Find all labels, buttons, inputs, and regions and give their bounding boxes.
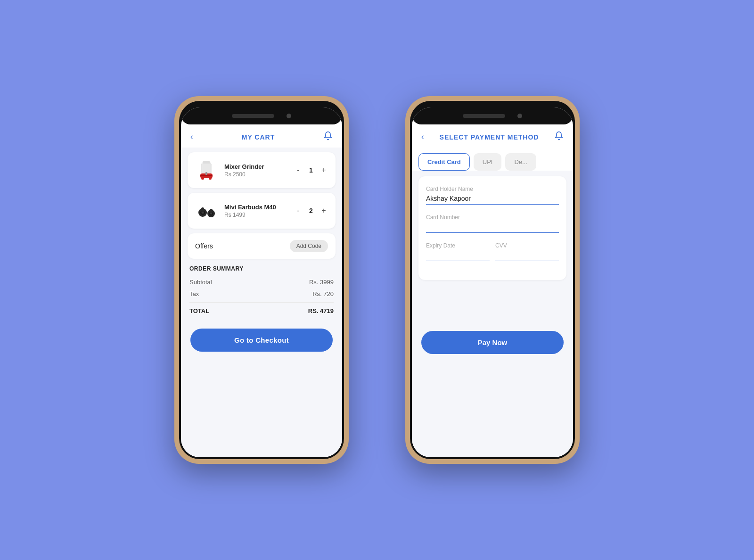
cart-item-1-name: Mixer Grinder (224, 163, 287, 170)
pay-now-button[interactable]: Pay Now (421, 331, 564, 354)
tab-credit-card[interactable]: Credit Card (418, 153, 470, 171)
cvv-field: CVV (495, 242, 559, 261)
pay-area: Pay Now (412, 323, 573, 365)
offers-label: Offers (195, 242, 213, 250)
mixer-grinder-image (194, 158, 219, 182)
total-row: TOTAL RS. 4719 (189, 307, 334, 314)
tab-debit[interactable]: De... (505, 153, 536, 171)
cart-header: ‹ MY CART (181, 124, 342, 148)
svg-rect-6 (209, 178, 212, 180)
order-summary: ORDER SUMMARY Subtotal Rs. 3999 Tax Rs. … (188, 265, 336, 314)
cart-item-2: Mivi Earbuds M40 Rs 1499 - 2 + (188, 193, 336, 229)
payment-phone: ‹ SELECT PAYMENT METHOD Credit Card (405, 96, 580, 464)
holder-name-field: Card Holder Name (426, 186, 559, 205)
subtotal-row: Subtotal Rs. 3999 (189, 279, 334, 286)
add-code-button[interactable]: Add Code (290, 240, 328, 252)
notch-bar (232, 114, 274, 118)
earbuds-icon (195, 199, 218, 222)
svg-rect-3 (205, 172, 207, 175)
payment-header: ‹ SELECT PAYMENT METHOD (412, 124, 573, 148)
back-icon[interactable]: ‹ (190, 132, 193, 142)
offers-section: Offers Add Code (188, 233, 336, 259)
cart-item-1: Mixer Grinder Rs 2500 - 1 + (188, 152, 336, 188)
expiry-label: Expiry Date (426, 242, 490, 249)
notch-camera (287, 114, 291, 118)
cart-item-2-info: Mivi Earbuds M40 Rs 1499 (224, 204, 287, 218)
cart-screen-content: Mixer Grinder Rs 2500 - 1 + (181, 148, 342, 457)
payment-title: SELECT PAYMENT METHOD (440, 133, 539, 141)
mixer-grinder-icon (194, 158, 219, 182)
card-number-input[interactable] (426, 223, 559, 233)
cart-item-2-decrease[interactable]: - (293, 206, 303, 216)
cart-item-2-qty: 2 (307, 207, 315, 214)
tab-upi[interactable]: UPI (474, 153, 502, 171)
payment-notch (412, 107, 573, 124)
cvv-input[interactable] (495, 251, 559, 261)
cart-item-2-price: Rs 1499 (224, 212, 287, 218)
cart-item-1-increase[interactable]: + (319, 165, 329, 175)
holder-name-label: Card Holder Name (426, 186, 559, 192)
cart-items-list: Mixer Grinder Rs 2500 - 1 + (181, 148, 342, 233)
cart-item-2-increase[interactable]: + (319, 206, 329, 216)
svg-rect-5 (201, 178, 204, 180)
cart-item-1-qty: 1 (307, 166, 315, 174)
holder-name-input[interactable] (426, 195, 559, 205)
svg-rect-4 (200, 175, 213, 176)
cvv-label: CVV (495, 242, 559, 249)
card-number-label: Card Number (426, 214, 559, 221)
payment-tabs-wrapper: Credit Card UPI De... (412, 148, 573, 171)
expiry-field: Expiry Date (426, 242, 490, 261)
expiry-input[interactable] (426, 251, 490, 261)
spacer (412, 286, 573, 323)
cart-title: MY CART (242, 133, 275, 141)
checkout-button[interactable]: Go to Checkout (190, 329, 333, 352)
payment-back-icon[interactable]: ‹ (421, 132, 424, 142)
svg-rect-1 (203, 161, 210, 164)
total-value: RS. 4719 (308, 307, 334, 314)
earbuds-image (194, 198, 219, 223)
tax-row: Tax Rs. 720 (189, 290, 334, 297)
summary-title: ORDER SUMMARY (189, 265, 334, 272)
payment-screen-content: Credit Card UPI De... Card Holder (412, 148, 573, 457)
cart-item-1-decrease[interactable]: - (293, 165, 303, 175)
cart-item-1-qty-control: - 1 + (293, 165, 329, 175)
payment-notch-bar (463, 114, 505, 118)
subtotal-label: Subtotal (189, 279, 212, 286)
card-form-area: Card Holder Name Card Number Expiry Date (418, 176, 566, 280)
payment-notch-camera (517, 114, 522, 118)
expiry-cvv-row: Expiry Date CVV (426, 242, 559, 271)
cart-item-1-info: Mixer Grinder Rs 2500 (224, 163, 287, 178)
total-label: TOTAL (189, 307, 209, 314)
bell-icon[interactable] (323, 131, 333, 143)
svg-rect-13 (201, 207, 204, 212)
tax-label: Tax (189, 290, 199, 297)
cart-item-2-qty-control: - 2 + (293, 206, 329, 216)
card-number-field: Card Number (426, 214, 559, 233)
cart-phone: ‹ MY CART (174, 96, 349, 464)
payment-bell-icon[interactable] (554, 131, 564, 143)
payment-tabs: Credit Card UPI De... (418, 153, 566, 171)
checkout-area: Go to Checkout (181, 319, 342, 363)
notch (181, 107, 342, 124)
tax-value: Rs. 720 (312, 290, 334, 297)
summary-divider (189, 302, 334, 303)
svg-rect-14 (210, 209, 213, 213)
subtotal-value: Rs. 3999 (309, 279, 334, 286)
cart-item-2-name: Mivi Earbuds M40 (224, 204, 287, 211)
cart-item-1-price: Rs 2500 (224, 171, 287, 178)
